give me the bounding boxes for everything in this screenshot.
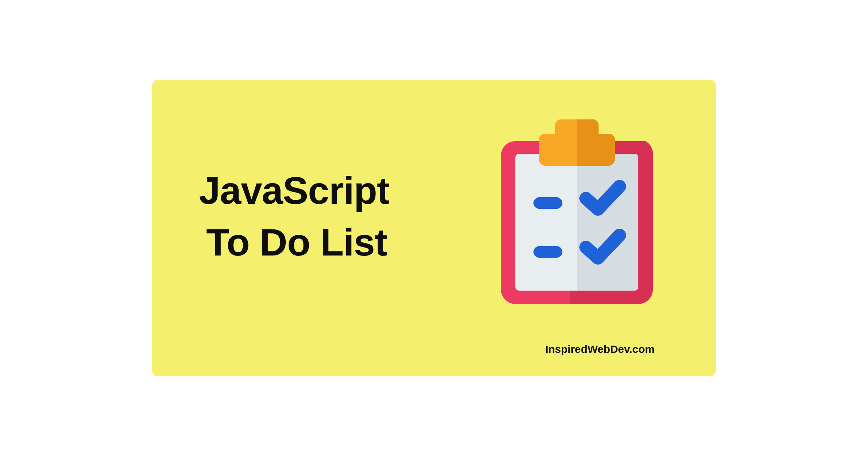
svg-rect-2 [577, 154, 638, 291]
svg-rect-5 [533, 246, 562, 258]
title-line-2: To Do List [199, 216, 389, 268]
svg-rect-3 [577, 154, 580, 291]
clipboard-icon [494, 119, 660, 309]
svg-rect-4 [533, 197, 562, 209]
title: JavaScript To Do List [199, 165, 389, 268]
banner-card: JavaScript To Do List [152, 80, 716, 376]
title-line-1: JavaScript [199, 165, 389, 216]
attribution-text: InspiredWebDev.com [545, 343, 655, 355]
